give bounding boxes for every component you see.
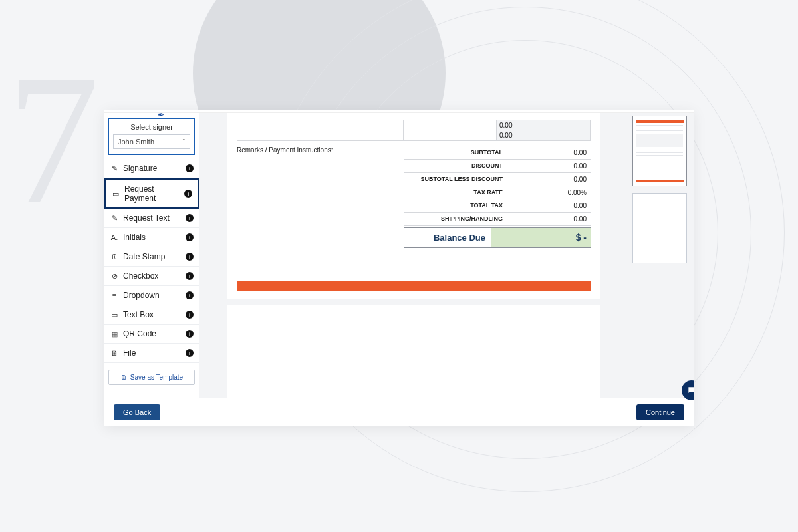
field-qr-code[interactable]: ▦ QR Code i bbox=[104, 325, 199, 344]
info-icon[interactable]: i bbox=[186, 164, 194, 172]
total-value: 0.00 bbox=[509, 162, 589, 170]
balance-row: Balance Due $ - bbox=[404, 227, 591, 248]
app-body: Select signer John Smith ˅ ✎ Signature i… bbox=[104, 113, 694, 398]
field-label: Date Stamp bbox=[123, 252, 186, 261]
field-request-text[interactable]: ✎ Request Text i bbox=[104, 209, 199, 228]
info-icon[interactable]: i bbox=[186, 291, 194, 299]
checkbox-icon: ⊘ bbox=[110, 272, 119, 281]
info-icon[interactable]: i bbox=[186, 233, 194, 241]
thumbnail-column bbox=[628, 113, 694, 398]
info-icon[interactable]: i bbox=[184, 190, 192, 198]
field-initials[interactable]: A. Initials i bbox=[104, 228, 199, 247]
total-row-shipping: SHIPPING/HANDLING 0.00 bbox=[404, 213, 591, 226]
info-icon[interactable]: i bbox=[186, 330, 194, 338]
signer-select[interactable]: John Smith ˅ bbox=[113, 134, 190, 149]
total-label: SUBTOTAL LESS DISCOUNT bbox=[406, 176, 509, 183]
app-window: ✒ Select signer John Smith ˅ ✎ Signature… bbox=[104, 110, 694, 426]
info-icon[interactable]: i bbox=[186, 311, 194, 319]
doc-accent-bar bbox=[237, 281, 591, 291]
page-thumbnail-2[interactable] bbox=[632, 193, 687, 263]
field-list: ✎ Signature i ▭ Request Payment i ✎ Requ… bbox=[104, 159, 199, 363]
field-label: Request Text bbox=[123, 213, 186, 223]
feather-icon: ✒ bbox=[158, 110, 165, 120]
total-value: 0.00 bbox=[509, 149, 589, 156]
save-icon: 🗎 bbox=[120, 374, 127, 381]
total-value: 0.00% bbox=[509, 189, 589, 196]
save-as-template-button[interactable]: 🗎 Save as Template bbox=[108, 370, 195, 385]
doc-lower: Remarks / Payment Instructions: SUBTOTAL… bbox=[237, 146, 591, 248]
total-row-subtotal-less: SUBTOTAL LESS DISCOUNT 0.00 bbox=[404, 173, 591, 186]
request-text-icon: ✎ bbox=[110, 214, 119, 223]
field-label: File bbox=[123, 348, 186, 358]
continue-button[interactable]: Continue bbox=[636, 404, 684, 420]
total-label: DISCOUNT bbox=[406, 163, 509, 170]
info-icon[interactable]: i bbox=[186, 349, 194, 357]
info-icon[interactable]: i bbox=[186, 214, 194, 222]
item-row: 0.00 bbox=[237, 120, 591, 130]
field-label: Checkbox bbox=[123, 271, 186, 281]
signer-label: Select signer bbox=[113, 123, 190, 131]
chat-icon bbox=[687, 386, 694, 395]
field-label: QR Code bbox=[123, 329, 186, 338]
app-topbar: ✒ bbox=[104, 110, 694, 113]
item-amount: 0.00 bbox=[497, 130, 590, 140]
total-label: TOTAL TAX bbox=[406, 203, 509, 209]
field-dropdown[interactable]: ≡ Dropdown i bbox=[104, 286, 199, 305]
page-thumbnail-1[interactable] bbox=[632, 116, 687, 186]
total-label: SHIPPING/HANDLING bbox=[406, 216, 509, 223]
sidebar: Select signer John Smith ˅ ✎ Signature i… bbox=[104, 113, 199, 398]
field-label: Request Payment bbox=[124, 184, 184, 203]
field-date-stamp[interactable]: 🗓 Date Stamp i bbox=[104, 247, 199, 267]
document-canvas[interactable]: 0.00 0.00 Remarks / Payment Instructions… bbox=[199, 113, 628, 398]
qr-code-icon: ▦ bbox=[110, 330, 119, 338]
signer-box: Select signer John Smith ˅ bbox=[108, 118, 195, 155]
initials-icon: A. bbox=[110, 233, 119, 241]
info-icon[interactable]: i bbox=[186, 253, 194, 261]
item-row: 0.00 bbox=[237, 130, 591, 141]
document-page-2[interactable] bbox=[227, 305, 600, 398]
field-signature[interactable]: ✎ Signature i bbox=[104, 159, 199, 178]
field-label: Signature bbox=[123, 164, 186, 173]
field-text-box[interactable]: ▭ Text Box i bbox=[104, 305, 199, 325]
total-row-discount: DISCOUNT 0.00 bbox=[404, 160, 591, 173]
save-template-label: Save as Template bbox=[130, 374, 183, 381]
footer: Go Back Continue bbox=[104, 398, 694, 426]
signature-icon: ✎ bbox=[110, 164, 119, 173]
chevron-down-icon: ˅ bbox=[182, 138, 186, 145]
total-label: SUBTOTAL bbox=[406, 150, 509, 156]
bg-glyph-seven: 7 bbox=[7, 47, 100, 233]
text-box-icon: ▭ bbox=[110, 311, 119, 319]
info-icon[interactable]: i bbox=[186, 272, 194, 280]
balance-value: $ - bbox=[491, 228, 591, 247]
field-file[interactable]: 🗎 File i bbox=[104, 344, 199, 363]
field-label: Text Box bbox=[123, 310, 186, 319]
totals: SUBTOTAL 0.00 DISCOUNT 0.00 SUBTOTAL LES… bbox=[404, 146, 591, 248]
total-label: TAX RATE bbox=[406, 190, 509, 196]
item-amount: 0.00 bbox=[497, 120, 590, 130]
file-icon: 🗎 bbox=[110, 349, 119, 357]
go-back-button[interactable]: Go Back bbox=[114, 404, 160, 420]
remarks-label: Remarks / Payment Instructions: bbox=[237, 146, 404, 248]
balance-label: Balance Due bbox=[404, 229, 491, 247]
dropdown-icon: ≡ bbox=[110, 291, 119, 299]
signer-value: John Smith bbox=[118, 138, 154, 146]
total-row-totaltax: TOTAL TAX 0.00 bbox=[404, 200, 591, 213]
total-value: 0.00 bbox=[509, 215, 589, 223]
request-payment-icon: ▭ bbox=[111, 190, 120, 198]
total-row-taxrate: TAX RATE 0.00% bbox=[404, 186, 591, 200]
date-stamp-icon: 🗓 bbox=[110, 253, 119, 261]
field-request-payment[interactable]: ▭ Request Payment i bbox=[104, 178, 199, 209]
total-value: 0.00 bbox=[509, 176, 589, 183]
field-checkbox[interactable]: ⊘ Checkbox i bbox=[104, 267, 199, 286]
field-label: Initials bbox=[123, 233, 186, 242]
total-row-subtotal: SUBTOTAL 0.00 bbox=[404, 146, 591, 160]
document-page-1[interactable]: 0.00 0.00 Remarks / Payment Instructions… bbox=[227, 113, 600, 299]
total-value: 0.00 bbox=[509, 202, 589, 209]
field-label: Dropdown bbox=[123, 291, 186, 300]
